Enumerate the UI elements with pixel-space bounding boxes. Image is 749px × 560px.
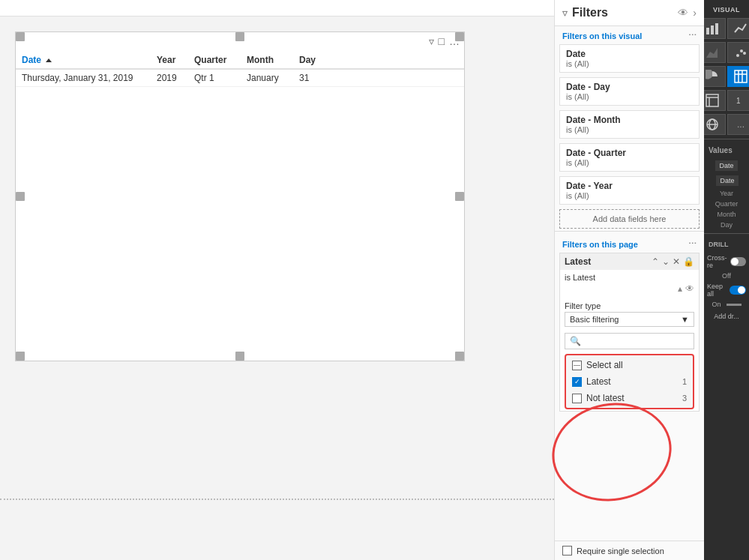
resize-handle-br[interactable] <box>455 352 464 361</box>
close-icon[interactable]: ✕ <box>673 256 680 267</box>
select-all-checkbox[interactable]: ― <box>572 361 582 370</box>
visual-panel: VISUAL 1 <box>704 0 749 560</box>
scatter-chart-icon[interactable] <box>727 42 749 63</box>
cell-date: Thursday, January 31, 2019 <box>22 73 157 83</box>
chart-icons-row4: 1 <box>704 90 749 111</box>
svg-text:...: ... <box>737 119 745 130</box>
filter-options-list: ― Select all Latest 1 Not latest 3 <box>565 354 694 409</box>
cross-report-row: Cross-re <box>704 253 749 271</box>
table-visual[interactable]: ▿ □ … Date Year Quarter Month Day Thursd… <box>15 31 465 361</box>
field-quarter: Quarter <box>708 199 746 208</box>
matrix-chart-icon[interactable] <box>704 90 726 111</box>
keep-all-toggle[interactable] <box>730 286 746 295</box>
resize-handle-top[interactable] <box>235 32 244 41</box>
card-chart-icon[interactable]: 1 <box>727 90 749 111</box>
svg-point-4 <box>736 54 739 57</box>
latest-filter-card[interactable]: Latest ⌃ ⌄ ✕ 🔒 is Latest ▴ 👁 Filter type <box>559 253 700 412</box>
field-year: Year <box>712 189 741 198</box>
resize-handle-bottom[interactable] <box>235 352 244 361</box>
filter-card-date-month[interactable]: Date - Month is (All) <box>559 110 700 139</box>
add-data-fields-button[interactable]: Add data fields here <box>559 209 700 229</box>
filter-icon[interactable]: ▿ <box>429 35 434 47</box>
bar-chart-icon[interactable] <box>704 18 726 39</box>
col-header-year[interactable]: Year <box>157 55 194 65</box>
svg-point-6 <box>743 52 746 55</box>
cross-report-toggle[interactable] <box>730 257 747 266</box>
filter-option-select-all[interactable]: ― Select all <box>571 357 688 373</box>
line-indicator <box>727 304 742 306</box>
keep-all-value: On <box>712 301 721 308</box>
filter-card-date-day[interactable]: Date - Day is (All) <box>559 77 700 106</box>
visual-tab-label: VISUAL <box>712 3 742 16</box>
expand-icon[interactable]: › <box>693 7 697 19</box>
field-pill-date-expand[interactable]: Date <box>716 175 738 186</box>
svg-marker-3 <box>706 48 718 58</box>
filter-action-icons: ▴ 👁 <box>565 282 694 295</box>
cell-day: 31 <box>299 73 329 83</box>
resize-handle-bl[interactable] <box>16 352 25 361</box>
visual-filters-label: Filters on this visual ⋯ <box>555 26 704 42</box>
page-filters-more[interactable]: ⋯ <box>688 239 697 249</box>
globe-chart-icon[interactable] <box>704 114 726 135</box>
canvas-container: ▿ □ … Date Year Quarter Month Day Thursd… <box>0 16 554 560</box>
filter-option-latest[interactable]: Latest 1 <box>571 373 688 390</box>
col-header-date[interactable]: Date <box>22 55 157 65</box>
field-month: Month <box>709 210 743 219</box>
custom-chart-icon[interactable]: ... <box>727 114 749 135</box>
filter-type-dropdown[interactable]: Basic filtering ▼ <box>565 312 694 327</box>
latest-filter-actions: ⌃ ⌄ ✕ 🔒 <box>652 256 694 267</box>
filter-funnel-icon: ▿ <box>562 7 568 19</box>
chart-icons-row3 <box>704 66 749 87</box>
not-latest-checkbox[interactable] <box>572 394 582 403</box>
require-single-row: Require single selection <box>555 541 704 560</box>
svg-text:1: 1 <box>736 97 741 105</box>
page-boundary-line <box>0 499 554 500</box>
svg-rect-2 <box>715 23 718 34</box>
latest-checkbox[interactable] <box>572 377 582 387</box>
collapse-down-icon[interactable]: ⌄ <box>662 256 670 267</box>
svg-rect-1 <box>711 25 714 34</box>
values-label: Values <box>704 143 749 157</box>
edit-filter-icon[interactable]: 👁 <box>685 283 694 294</box>
resize-handle-tl[interactable] <box>16 32 25 41</box>
latest-filter-header: Latest ⌃ ⌄ ✕ 🔒 <box>560 253 699 270</box>
resize-handle-right[interactable] <box>455 192 464 201</box>
svg-rect-11 <box>706 94 718 106</box>
line-chart-icon[interactable] <box>727 18 749 39</box>
filters-panel: ▿ Filters 👁 › Filters on this visual ⋯ D… <box>554 0 704 560</box>
table-chart-icon[interactable] <box>727 66 749 87</box>
page-filters-label: Filters on this page ⋯ <box>555 235 704 250</box>
filter-card-date-quarter[interactable]: Date - Quarter is (All) <box>559 143 700 172</box>
visual-filters-more[interactable]: ⋯ <box>688 31 697 40</box>
clear-filter-icon[interactable]: ▴ <box>678 283 682 294</box>
collapse-icon[interactable]: ⌃ <box>652 256 659 267</box>
panel-divider <box>704 139 749 139</box>
search-filter-input[interactable]: 🔍 <box>565 333 694 349</box>
page-filters-section: Filters on this page ⋯ Latest ⌃ ⌄ ✕ 🔒 is… <box>555 231 704 414</box>
filter-card-date-year[interactable]: Date - Year is (All) <box>559 176 700 205</box>
resize-handle-tr[interactable] <box>455 32 464 41</box>
chart-icons-row2 <box>704 42 749 63</box>
col-header-day[interactable]: Day <box>299 55 329 65</box>
require-single-checkbox[interactable] <box>562 546 572 556</box>
top-bar <box>0 0 554 16</box>
table-row: Thursday, January 31, 2019 2019 Qtr 1 Ja… <box>16 70 464 87</box>
keep-all-value-row: On <box>709 301 744 308</box>
resize-handle-left[interactable] <box>16 192 25 201</box>
add-drillthrough-label[interactable]: Add dr... <box>711 310 742 323</box>
svg-point-5 <box>740 49 743 52</box>
col-header-month[interactable]: Month <box>247 55 299 65</box>
field-pill-date[interactable]: Date <box>715 160 737 171</box>
filter-type-row: Filter type Basic filtering ▼ <box>560 298 699 330</box>
filter-card-date[interactable]: Date is (All) <box>559 44 700 73</box>
search-icon: 🔍 <box>570 336 581 346</box>
drill-label: DRILL <box>704 238 749 251</box>
lock-icon[interactable]: 🔒 <box>683 256 694 267</box>
col-header-quarter[interactable]: Quarter <box>194 55 247 65</box>
filter-option-not-latest[interactable]: Not latest 3 <box>571 390 688 406</box>
eye-icon[interactable]: 👁 <box>678 7 688 19</box>
area-chart-icon[interactable] <box>704 42 726 63</box>
latest-filter-body: is Latest ▴ 👁 <box>560 270 699 298</box>
pie-chart-icon[interactable] <box>704 66 726 87</box>
focus-icon[interactable]: □ <box>439 35 445 47</box>
